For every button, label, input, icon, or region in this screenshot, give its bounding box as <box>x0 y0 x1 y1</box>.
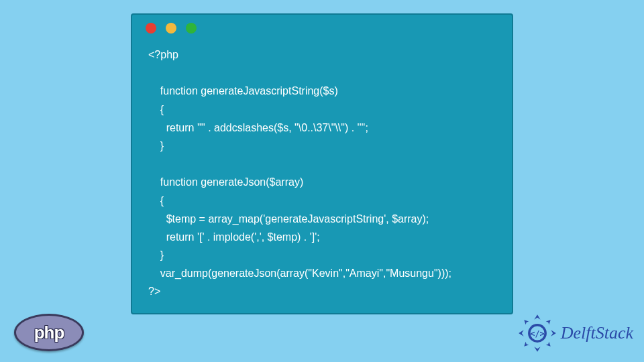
svg-marker-3 <box>551 330 556 336</box>
svg-marker-5 <box>545 320 550 324</box>
code-block: <?php function generateJavascriptString(… <box>132 42 512 301</box>
svg-marker-6 <box>524 342 529 347</box>
svg-marker-7 <box>545 342 550 347</box>
close-dot-icon <box>146 23 156 34</box>
php-logo-text: php <box>34 322 64 343</box>
delftstack-icon: </> <box>518 314 557 353</box>
php-badge: php <box>14 314 84 351</box>
maximize-dot-icon <box>186 23 197 34</box>
delftstack-name: DelftStack <box>561 323 633 343</box>
svg-marker-4 <box>524 320 529 324</box>
svg-marker-2 <box>519 330 524 336</box>
minimize-dot-icon <box>166 23 176 34</box>
svg-marker-0 <box>534 314 540 320</box>
delftstack-brand: </> DelftStack <box>518 314 633 353</box>
php-logo: php <box>12 312 86 353</box>
code-window: <?php function generateJavascriptString(… <box>131 13 513 314</box>
svg-text:</>: </> <box>530 329 544 339</box>
window-titlebar <box>132 15 512 42</box>
svg-marker-1 <box>534 347 540 352</box>
